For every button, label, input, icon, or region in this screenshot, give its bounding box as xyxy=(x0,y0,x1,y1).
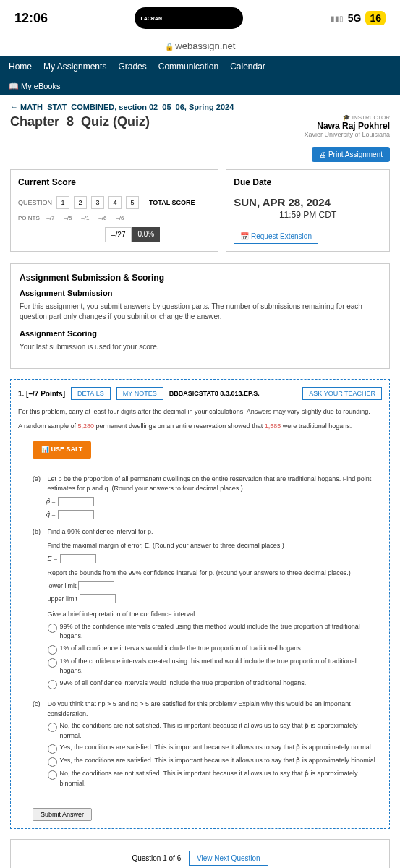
dynamic-island: LACRAN. xyxy=(135,7,243,29)
details-button[interactable]: DETAILS xyxy=(71,387,111,400)
q-cell-2[interactable]: 2 xyxy=(74,196,87,209)
instructor-uni: Xavier University of Louisiana xyxy=(304,131,390,138)
current-score-title: Current Score xyxy=(18,177,210,187)
pagination: Question 1 of 6 View Next Question xyxy=(10,839,390,868)
status-bar: 12:06 LACRAN. ▮▮▯ 5G 16 xyxy=(0,0,400,36)
nav-assignments[interactable]: My Assignments xyxy=(43,61,106,72)
instructor-block: 🎓 INSTRUCTOR Nawa Raj Pokhrel Xavier Uni… xyxy=(304,114,390,138)
instructor-label: 🎓 INSTRUCTOR xyxy=(304,114,390,121)
submission-box: Assignment Submission & Scoring Assignme… xyxy=(10,263,390,369)
radio-b2[interactable] xyxy=(48,645,57,655)
total-points: –/27 xyxy=(105,227,132,242)
q-hat-input[interactable] xyxy=(58,510,94,519)
request-extension-button[interactable]: 📅 Request Extension xyxy=(234,229,318,244)
print-button[interactable]: 🖨 Print Assignment xyxy=(312,147,390,162)
p-hat-input[interactable] xyxy=(58,497,94,506)
signal-icon: ▮▮▯ xyxy=(331,14,344,22)
ebooks-icon: 📖 xyxy=(9,82,21,90)
nav-ebooks[interactable]: My eBooks xyxy=(21,82,60,90)
radio-b3[interactable] xyxy=(48,658,57,668)
battery-level: 16 xyxy=(365,11,386,25)
url-bar[interactable]: webassign.net xyxy=(0,36,400,56)
due-date: SUN, APR 28, 2024 xyxy=(234,196,382,208)
current-score-box: Current Score QUESTION 1 2 3 4 5 TOTAL S… xyxy=(10,169,218,252)
due-time: 11:59 PM CDT xyxy=(234,210,382,220)
upper-limit-input[interactable] xyxy=(80,594,116,603)
radio-c1[interactable] xyxy=(48,723,57,732)
q-cell-5[interactable]: 5 xyxy=(126,196,139,209)
breadcrumb[interactable]: MATH_STAT_COMBINED, section 02_05_06, Sp… xyxy=(10,103,390,111)
due-date-box: Due Date SUN, APR 28, 2024 11:59 PM CDT … xyxy=(226,169,390,252)
radio-b4[interactable] xyxy=(48,680,57,689)
instructor-name: Nawa Raj Pokhrel xyxy=(304,121,390,131)
nav-communication[interactable]: Communication xyxy=(158,61,218,72)
q-cell-4[interactable]: 4 xyxy=(108,196,122,209)
total-percent: 0.0% xyxy=(132,227,160,242)
use-salt-button[interactable]: 📊 USE SALT xyxy=(33,441,91,459)
question-ref: BBBASICSTAT8 8.3.013.EP.S. xyxy=(169,390,260,397)
question-number: 1. [–/7 Points] xyxy=(18,390,65,398)
nav-home[interactable]: Home xyxy=(9,61,32,72)
q-cell-3[interactable]: 3 xyxy=(91,196,104,209)
view-next-button[interactable]: View Next Question xyxy=(189,851,268,866)
due-date-title: Due Date xyxy=(234,177,382,187)
radio-c4[interactable] xyxy=(48,770,57,780)
nav-bar: Home My Assignments Grades Communication… xyxy=(0,56,400,95)
submit-answer-button[interactable]: Submit Answer xyxy=(33,808,92,821)
q-cell-1[interactable]: 1 xyxy=(56,196,69,209)
status-right: ▮▮▯ 5G 16 xyxy=(331,11,386,25)
nav-calendar[interactable]: Calendar xyxy=(230,61,265,72)
quiz-title: Chapter_8_Quiz (Quiz) xyxy=(10,114,150,129)
radio-c2[interactable] xyxy=(48,744,57,754)
radio-c3[interactable] xyxy=(48,757,57,767)
lower-limit-input[interactable] xyxy=(78,581,114,590)
question-1: 1. [–/7 Points] DETAILS MY NOTES BBBASIC… xyxy=(10,379,390,829)
status-time: 12:06 xyxy=(14,11,48,26)
network-label: 5G xyxy=(348,12,362,24)
ask-teacher-button[interactable]: ASK YOUR TEACHER xyxy=(302,387,382,400)
nav-grades[interactable]: Grades xyxy=(118,61,146,72)
notes-button[interactable]: MY NOTES xyxy=(116,387,163,400)
e-input[interactable] xyxy=(60,554,96,563)
radio-b1[interactable] xyxy=(48,624,57,633)
